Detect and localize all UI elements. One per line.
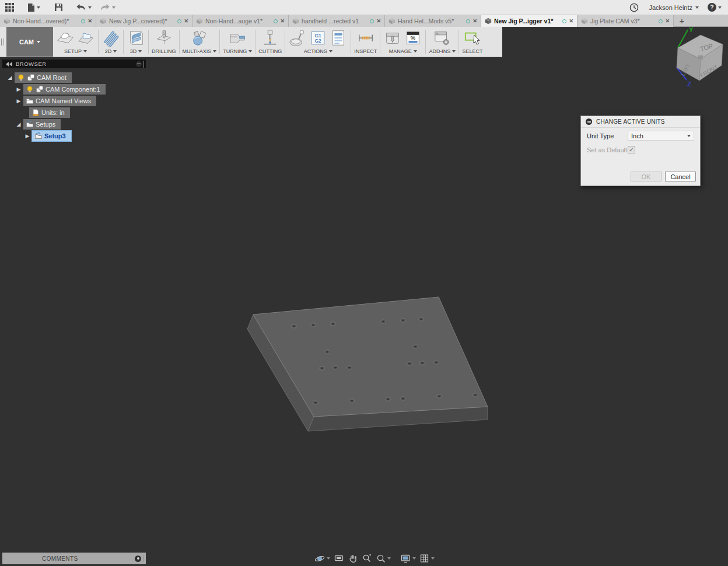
document-tab-active[interactable]: New Jig P...igger v1* ✕ — [481, 15, 578, 27]
tree-row-units[interactable]: Units: in — [22, 107, 70, 118]
panel-grip[interactable] — [144, 61, 144, 68]
toolbar-group-label[interactable]: ACTIONS — [304, 47, 332, 55]
document-tab[interactable]: New Jig P...covered)* ✕ — [96, 15, 192, 27]
orbit-button[interactable] — [313, 553, 332, 564]
collapse-dialog-icon[interactable] — [586, 118, 592, 125]
3d-milling-icon[interactable] — [127, 29, 145, 47]
gcode-icon[interactable]: G1G2 — [309, 29, 327, 47]
toolbar-group-label[interactable]: MULTI-AXIS — [183, 47, 217, 55]
toolbar-group-label[interactable]: CUTTING — [258, 47, 282, 55]
document-tab[interactable]: Non-Hand...auge v1* ✕ — [192, 15, 289, 27]
cam-setup-icon[interactable] — [56, 29, 75, 47]
cloud-status-icon — [177, 19, 181, 23]
minimize-panel-icon[interactable] — [136, 61, 142, 67]
toolbar-group-label[interactable]: MANAGE — [389, 47, 417, 55]
help-menu[interactable]: ? — [706, 1, 723, 14]
tree-row-named-views[interactable]: CAM Named Views — [16, 95, 96, 107]
view-cube[interactable]: TOP LEFT FRONT Y Z — [670, 26, 728, 89]
file-menu-icon[interactable] — [25, 1, 42, 14]
display-settings-button[interactable] — [398, 553, 418, 564]
toolbar-group-setup: SETUP — [53, 27, 98, 57]
new-setup-folder-icon[interactable] — [76, 29, 95, 47]
look-at-button[interactable] — [332, 553, 346, 564]
tree-row-cam-component[interactable]: CAM Component:1 — [16, 83, 106, 95]
panel-grip[interactable] — [143, 555, 144, 562]
viewport-canvas[interactable] — [0, 0, 728, 566]
expand-comments-icon[interactable] — [135, 555, 141, 562]
post-process-icon[interactable] — [288, 29, 307, 47]
multi-axis-icon[interactable] — [190, 29, 209, 47]
expander-icon[interactable] — [7, 75, 13, 81]
cutting-icon[interactable] — [261, 29, 279, 47]
user-account-menu[interactable]: Jackson Heintz — [649, 4, 699, 11]
dialog-titlebar[interactable]: CHANGE ACTIVE UNITS — [581, 116, 700, 128]
turning-icon[interactable] — [228, 29, 247, 47]
grid-layout-button[interactable] — [418, 553, 436, 564]
tab-label: Non-Hand...auge v1* — [205, 18, 271, 25]
drilling-icon[interactable] — [155, 29, 173, 47]
tool-library-icon[interactable] — [383, 29, 402, 47]
pan-button[interactable] — [346, 553, 360, 564]
2d-milling-icon[interactable] — [102, 29, 120, 47]
zoom-window-button[interactable] — [374, 553, 393, 564]
save-icon[interactable] — [52, 1, 65, 14]
toolbar-group-label[interactable]: INSPECT — [354, 47, 377, 55]
toolbar-group-label[interactable]: 2D — [105, 47, 117, 55]
select-icon[interactable] — [463, 29, 482, 47]
tab-close-icon[interactable]: ✕ — [184, 18, 188, 24]
scripts-addins-icon[interactable]: >_ — [433, 29, 452, 47]
tab-close-icon[interactable]: ✕ — [569, 18, 573, 24]
ok-button[interactable]: OK — [631, 172, 662, 181]
toolbar-group-label[interactable]: 3D — [130, 47, 142, 55]
new-tab-button[interactable]: + — [674, 15, 690, 26]
tab-close-icon[interactable]: ✕ — [665, 18, 670, 24]
measure-icon[interactable] — [356, 29, 375, 47]
toolbar-group-drilling: DRILLING — [149, 27, 179, 57]
tab-close-icon[interactable]: ✕ — [473, 18, 477, 24]
zoom-button[interactable] — [360, 553, 374, 564]
navigation-bar — [313, 552, 436, 565]
toolbar-group-label[interactable]: SETUP — [64, 47, 87, 55]
document-tab[interactable]: Hand Hel...Mods v5* ✕ — [385, 15, 481, 27]
jig-plate-model[interactable] — [247, 297, 488, 431]
comments-bar[interactable]: COMMENTS — [2, 553, 146, 564]
document-cube-icon — [4, 18, 10, 25]
tree-row-cam-root[interactable]: CAM Root — [7, 72, 72, 83]
post-library-icon[interactable]: % — [404, 29, 422, 47]
undo-icon[interactable] — [74, 1, 93, 14]
expander-icon[interactable] — [16, 98, 22, 104]
visibility-bulb-icon[interactable] — [17, 74, 25, 82]
collapse-panel-icon[interactable] — [6, 62, 12, 67]
workspace-switcher[interactable]: CAM — [6, 27, 53, 57]
toolbar-grip[interactable] — [0, 27, 4, 57]
browser-header[interactable]: BROWSER — [2, 60, 146, 68]
tab-close-icon[interactable]: ✕ — [280, 18, 285, 24]
app-grid-icon[interactable] — [4, 1, 16, 14]
expander-icon[interactable] — [16, 121, 22, 127]
folder-icon — [26, 97, 34, 105]
visibility-bulb-icon[interactable] — [26, 85, 34, 93]
expander-icon[interactable] — [24, 133, 30, 139]
document-tab[interactable]: Jig Plate CAM v3* ✕ — [578, 15, 674, 27]
cancel-button[interactable]: Cancel — [665, 172, 696, 181]
component-icon — [27, 74, 35, 82]
job-status-clock-icon[interactable] — [628, 1, 640, 14]
set-as-default-checkbox[interactable] — [628, 146, 635, 153]
toolbar-group-label[interactable]: SELECT — [462, 47, 482, 55]
tree-row-setup3[interactable]: Setup3 — [24, 130, 71, 142]
tab-close-icon[interactable]: ✕ — [376, 18, 381, 24]
toolbar-group-label[interactable]: ADD-INS — [429, 47, 456, 55]
expander-icon[interactable] — [16, 86, 22, 92]
tab-close-icon[interactable]: ✕ — [88, 18, 92, 24]
tree-row-setups[interactable]: Setups — [16, 118, 61, 130]
setup-icon — [34, 132, 43, 140]
toolbar-group-label[interactable]: TURNING — [223, 47, 252, 55]
setup-sheet-icon[interactable] — [329, 29, 348, 47]
chevron-down-icon — [687, 135, 691, 137]
unit-type-dropdown[interactable]: Inch — [628, 131, 694, 141]
redo-icon[interactable] — [98, 1, 117, 14]
toolbar-group-label[interactable]: DRILLING — [152, 47, 176, 55]
document-tab[interactable]: handheld ...rected v1 ✕ — [289, 15, 385, 27]
y-axis-label: Y — [689, 26, 694, 33]
document-tab[interactable]: Non-Hand...overed)* ✕ — [0, 15, 96, 27]
